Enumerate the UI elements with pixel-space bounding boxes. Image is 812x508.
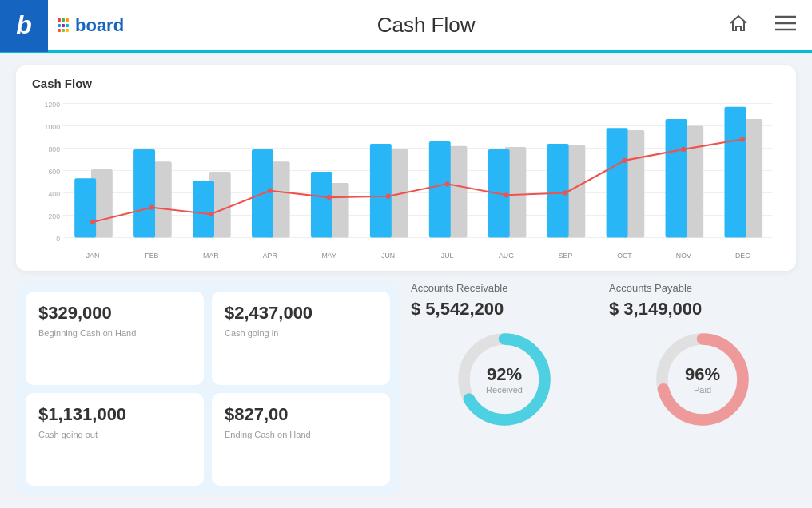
svg-text:SEP: SEP xyxy=(559,251,573,259)
svg-text:AUG: AUG xyxy=(499,251,514,259)
menu-icon[interactable] xyxy=(775,15,796,36)
home-icon[interactable] xyxy=(728,13,749,38)
ap-pct: 96% xyxy=(685,364,720,385)
svg-text:400: 400 xyxy=(48,189,60,197)
svg-point-66 xyxy=(327,195,332,200)
svg-rect-30 xyxy=(133,149,155,238)
kpi-label-0: Beginning Cash on Hand xyxy=(38,328,191,338)
svg-rect-54 xyxy=(607,128,628,237)
kpi-item-0: $329,000 Beginning Cash on Hand xyxy=(26,292,204,385)
ap-donut-label: 96% Paid xyxy=(685,364,720,395)
svg-rect-60 xyxy=(725,107,746,238)
svg-point-72 xyxy=(681,147,686,152)
ap-donut: 96% Paid xyxy=(651,327,754,431)
ar-donut: 92% Received xyxy=(452,327,556,431)
svg-text:1000: 1000 xyxy=(45,122,61,130)
kpi-value-2: $1,131,000 xyxy=(38,404,191,425)
kpi-value-1: $2,437,000 xyxy=(225,303,377,323)
svg-rect-5 xyxy=(66,24,69,27)
kpi-item-2: $1,131,000 Cash going out xyxy=(26,393,204,486)
header-divider xyxy=(762,14,762,37)
header-icons xyxy=(728,13,796,38)
svg-point-65 xyxy=(268,189,273,193)
board-logo-icon xyxy=(58,18,72,33)
svg-rect-27 xyxy=(74,178,96,237)
svg-text:OCT: OCT xyxy=(617,251,632,259)
chart-card: Cash Flow 020040060080010001200JANFEBMAR… xyxy=(16,65,796,271)
svg-text:1200: 1200 xyxy=(45,100,61,108)
svg-text:JUN: JUN xyxy=(381,251,395,259)
kpi-value-3: $827,00 xyxy=(225,404,377,425)
svg-text:NOV: NOV xyxy=(676,251,692,259)
ar-sub: Received xyxy=(486,385,523,395)
svg-rect-45 xyxy=(429,141,451,237)
svg-rect-3 xyxy=(58,24,61,27)
kpi-card: $329,000 Beginning Cash on Hand $2,437,0… xyxy=(16,282,400,495)
logo-text: board xyxy=(58,15,124,36)
svg-point-63 xyxy=(149,205,154,210)
main-content: Cash Flow 020040060080010001200JANFEBMAR… xyxy=(0,53,812,508)
svg-text:JUL: JUL xyxy=(441,251,454,259)
kpi-label-1: Cash going in xyxy=(225,328,377,338)
svg-text:FEB: FEB xyxy=(145,251,158,259)
svg-rect-4 xyxy=(62,24,65,27)
ar-amount: $ 5,542,200 xyxy=(411,299,504,319)
svg-text:JAN: JAN xyxy=(86,251,100,259)
header: b board Cash Flow xyxy=(0,0,812,53)
svg-text:MAY: MAY xyxy=(322,251,336,259)
svg-rect-7 xyxy=(62,29,65,32)
logo-box: b xyxy=(0,0,48,52)
svg-rect-33 xyxy=(193,181,214,237)
svg-rect-39 xyxy=(311,172,332,238)
svg-text:MAR: MAR xyxy=(203,251,219,259)
svg-point-67 xyxy=(386,194,391,199)
logo-letter: b xyxy=(16,10,32,40)
chart-title: Cash Flow xyxy=(32,77,780,90)
ap-sub: Paid xyxy=(685,385,720,395)
ap-amount: $ 3,149,000 xyxy=(609,299,702,319)
svg-rect-2 xyxy=(66,18,69,22)
svg-point-73 xyxy=(740,137,745,141)
svg-point-70 xyxy=(563,190,568,195)
kpi-value-0: $329,000 xyxy=(38,303,191,323)
svg-rect-42 xyxy=(370,144,392,238)
svg-point-64 xyxy=(209,212,213,216)
svg-rect-8 xyxy=(66,29,69,32)
kpi-item-3: $827,00 Ending Cash on Hand xyxy=(212,393,390,486)
svg-point-69 xyxy=(504,192,509,197)
ar-title: Accounts Receivable xyxy=(411,282,508,294)
svg-text:600: 600 xyxy=(48,167,60,175)
ar-donut-label: 92% Received xyxy=(486,364,523,395)
svg-rect-0 xyxy=(58,18,61,22)
svg-text:APR: APR xyxy=(263,251,277,259)
svg-text:800: 800 xyxy=(48,145,60,153)
logo-name: board xyxy=(75,15,124,36)
svg-text:DEC: DEC xyxy=(735,251,750,259)
chart-area: 020040060080010001200JANFEBMARAPRMAYJUNJ… xyxy=(32,95,780,263)
kpi-label-3: Ending Cash on Hand xyxy=(225,430,377,439)
svg-point-62 xyxy=(90,220,95,224)
svg-rect-1 xyxy=(62,18,65,22)
accounts-receivable-card: Accounts Receivable $ 5,542,200 92% Rece… xyxy=(411,282,598,495)
accounts-payable-card: Accounts Payable $ 3,149,000 96% Paid xyxy=(609,282,796,495)
accounts-section: Accounts Receivable $ 5,542,200 92% Rece… xyxy=(411,282,796,495)
svg-text:0: 0 xyxy=(56,234,60,242)
svg-rect-6 xyxy=(58,29,61,32)
cashflow-svg: 020040060080010001200JANFEBMARAPRMAYJUNJ… xyxy=(32,95,780,263)
kpi-label-2: Cash going out xyxy=(38,430,191,439)
svg-rect-57 xyxy=(666,119,687,237)
svg-point-71 xyxy=(622,158,627,163)
svg-text:200: 200 xyxy=(48,212,60,220)
ap-title: Accounts Payable xyxy=(609,282,692,294)
bottom-row: $329,000 Beginning Cash on Hand $2,437,0… xyxy=(16,282,796,495)
kpi-item-1: $2,437,000 Cash going in xyxy=(212,292,390,385)
svg-point-68 xyxy=(445,181,450,186)
ar-pct: 92% xyxy=(486,364,523,385)
header-title: Cash Flow xyxy=(124,13,728,38)
